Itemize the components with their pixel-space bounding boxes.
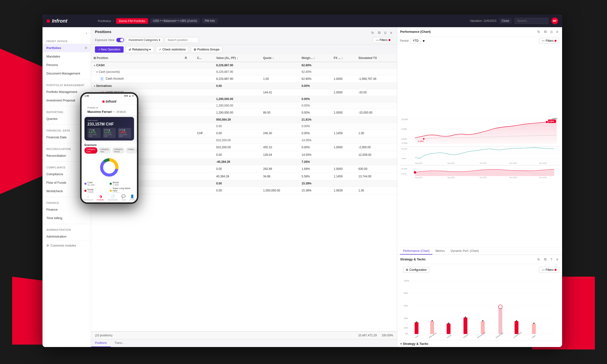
mobile-nav-profile[interactable]: 👤 Profile bbox=[129, 194, 135, 201]
mobile-tab-cat2[interactable]: Category Two bbox=[98, 147, 111, 154]
sidebar-item-finance[interactable]: Finance bbox=[42, 205, 91, 214]
gear-icon: ⚙ bbox=[406, 268, 409, 272]
breadcrumb-active-portfolio[interactable]: Demo FM Portfolio bbox=[116, 18, 148, 24]
mobile-nav-chat[interactable]: 💬 Chat bbox=[121, 194, 126, 201]
mobile-tab-cat1[interactable]: Category One bbox=[84, 147, 97, 154]
sidebar-item-portfolios[interactable]: Portfolios ⊞ bbox=[42, 44, 91, 52]
exposure-view-toggle[interactable] bbox=[116, 38, 124, 42]
new-operation-button[interactable]: + New Operation bbox=[95, 46, 124, 53]
filter-icon-strategy: — bbox=[542, 268, 545, 272]
perf-refresh-btn[interactable]: ↻ bbox=[536, 29, 541, 34]
strategy-panel-actions: ↻ ⧉ ? ≡ bbox=[536, 257, 559, 262]
mobile-legend-cash-label: Cash bbox=[87, 181, 95, 184]
mobile-edit-icon[interactable]: ✏ bbox=[113, 111, 115, 113]
sidebar-section-pm: Portfolio Management bbox=[42, 81, 91, 88]
strategy-refresh-btn[interactable]: ↻ bbox=[536, 257, 541, 262]
mobile-legend: Cash 31.12% Bonds 7.15% Equity 7.41% bbox=[82, 180, 137, 193]
mobile-legend-bonds: Bonds 7.15% bbox=[110, 181, 134, 186]
mobile-date-badge: 07.08.23 bbox=[116, 110, 127, 113]
mobile-tab-cat3[interactable]: Category Three bbox=[112, 147, 125, 154]
mobile-metric-mtd[interactable]: MTD ▶ 0.14% 233.157M CHF bbox=[103, 128, 116, 138]
positions-actions-toolbar: + New Operation ⇄ Rebalancing ▾ ✓ Check … bbox=[91, 45, 397, 54]
positions-copy-btn[interactable]: ⧉ bbox=[377, 30, 382, 35]
search-input[interactable] bbox=[515, 18, 549, 24]
svg-text:Dec 2023: Dec 2023 bbox=[539, 177, 547, 179]
mobile-nav-documents[interactable]: 📄 Documents bbox=[108, 194, 118, 201]
mobile-metric-ytd[interactable]: YTD ▶ 6.87% 233.157M CHF bbox=[87, 128, 101, 138]
chevron-cash-accounts[interactable] bbox=[96, 70, 99, 74]
svg-text:Sep 2023: Sep 2023 bbox=[447, 162, 455, 164]
classification-button[interactable]: Investment Categories ▾ bbox=[126, 37, 163, 43]
col-simulated-tx[interactable]: Simulated TX bbox=[356, 54, 397, 62]
chevron-cash[interactable] bbox=[93, 64, 96, 67]
logo-icon: ◼ bbox=[46, 18, 50, 24]
col-weight[interactable]: Weigh... ↕ bbox=[299, 54, 331, 62]
col-c[interactable]: C... bbox=[195, 54, 214, 62]
positions-refresh-btn[interactable]: ↻ bbox=[370, 30, 375, 35]
search-position-input[interactable] bbox=[165, 37, 199, 43]
strategy-filters-btn[interactable]: — Filters bbox=[539, 267, 559, 273]
mobile-status-icons: ●●● ▲ ▪▪▪ bbox=[124, 95, 134, 97]
sidebar-item-document-management[interactable]: Document Management bbox=[42, 69, 91, 78]
positions-groups-button[interactable]: ⊞ Positions Groups bbox=[191, 46, 222, 53]
col-r[interactable]: R bbox=[182, 54, 195, 62]
mobile-total-assets-value: 233,157M CHF bbox=[87, 122, 131, 126]
positions-menu-btn[interactable]: ≡ bbox=[389, 30, 393, 35]
strategy-question-btn[interactable]: ? bbox=[549, 257, 553, 262]
breadcrumb-portfolios[interactable]: Portfolios bbox=[98, 19, 111, 23]
strategy-tactic-panel: Strategy & Tactic ↻ ⧉ ? ≡ ⚙ Configuratio… bbox=[397, 255, 562, 347]
svg-text:4.86%: 4.86% bbox=[552, 118, 557, 120]
check-restrictions-button[interactable]: ✓ Check restrictions bbox=[156, 46, 189, 53]
svg-point-29 bbox=[414, 171, 416, 173]
grid-icon-col: ⊞ bbox=[93, 56, 96, 60]
col-value[interactable]: Value (AL, PF) ↕ bbox=[214, 54, 261, 62]
sidebar-customize-modules[interactable]: ⚙ Customize modules bbox=[42, 241, 91, 250]
mobile-nav-portfolio[interactable]: ◑ Portfolio bbox=[97, 194, 104, 201]
sidebar-item-administration[interactable]: Administration bbox=[42, 232, 91, 241]
mobile-mtd-value: 0.14% bbox=[104, 131, 115, 134]
tab-dynamic-perf[interactable]: Dynamic Perf. (Chart) bbox=[448, 248, 482, 255]
perf-print-btn[interactable]: ⎙ bbox=[549, 29, 553, 34]
col-quote[interactable]: Quote ↕ bbox=[261, 54, 299, 62]
mobile-nav-dashboard[interactable]: ⌂ Dashboard bbox=[83, 194, 93, 201]
period-label: Period bbox=[400, 39, 409, 42]
tab-positions[interactable]: Positions bbox=[91, 339, 111, 347]
perf-copy-btn[interactable]: ⧉ bbox=[543, 29, 548, 34]
svg-text:5.00%: 5.00% bbox=[401, 128, 407, 130]
sidebar-collapse-button[interactable]: ‹ bbox=[42, 29, 91, 37]
col-fx[interactable]: FX ... ↕ bbox=[331, 54, 356, 62]
svg-text:Aug 2023: Aug 2023 bbox=[415, 177, 422, 179]
mobile-tab-cat4[interactable]: Categ... bbox=[126, 147, 137, 154]
svg-text:Nov 2023: Nov 2023 bbox=[509, 177, 517, 179]
mobile-metric-dtd[interactable]: DTD ▶ 0.80% 233.157M CHF bbox=[118, 128, 131, 138]
close-button[interactable]: Close bbox=[499, 18, 512, 24]
breadcrumb-pm-info[interactable]: PM Info bbox=[202, 18, 218, 24]
rebalancing-icon: ⇄ bbox=[129, 48, 131, 51]
sidebar-item-mandates[interactable]: Mandates bbox=[42, 52, 91, 61]
sidebar-divider-7 bbox=[42, 224, 91, 224]
col-position[interactable]: ⊞ Position bbox=[91, 54, 182, 62]
svg-text:Equities: Equities bbox=[463, 334, 469, 339]
perf-filters-btn[interactable]: — Filters bbox=[539, 38, 559, 44]
avatar[interactable]: MF bbox=[551, 17, 558, 24]
tab-transactions[interactable]: Trans... bbox=[111, 339, 128, 347]
positions-print-btn[interactable]: ⎙ bbox=[383, 30, 387, 35]
tab-performance-chart[interactable]: Performance (Chart) bbox=[400, 248, 432, 255]
tab-metrics[interactable]: Metrics bbox=[432, 248, 448, 255]
positions-filters-button[interactable]: — Filters bbox=[373, 37, 393, 43]
mobile-portfolio-icon: ◑ bbox=[99, 194, 102, 198]
configuration-button[interactable]: ⚙ Configuration bbox=[403, 267, 429, 273]
mobile-dtd-value: 0.80% bbox=[119, 131, 130, 134]
period-button[interactable]: YTD bbox=[410, 38, 421, 43]
sidebar-item-persons[interactable]: Persons bbox=[42, 61, 91, 69]
table-row: Cash (accounts) 8,226,887.90 62.80% bbox=[91, 69, 397, 75]
perf-menu-btn[interactable]: ≡ bbox=[555, 29, 559, 34]
strategy-menu-btn[interactable]: ≡ bbox=[555, 257, 559, 262]
rebalancing-button[interactable]: ⇄ Rebalancing ▾ bbox=[126, 46, 154, 53]
svg-text:Aug 2023: Aug 2023 bbox=[415, 162, 422, 164]
strategy-copy-btn[interactable]: ⧉ bbox=[543, 257, 548, 262]
sidebar-item-time-billing[interactable]: Time billing bbox=[42, 214, 91, 222]
chart-tabs: Performance (Chart) Metrics Dynamic Perf… bbox=[397, 247, 562, 255]
chevron-derivatives[interactable] bbox=[93, 84, 96, 88]
mobile-legend-cash: Cash 31.12% bbox=[84, 181, 109, 186]
